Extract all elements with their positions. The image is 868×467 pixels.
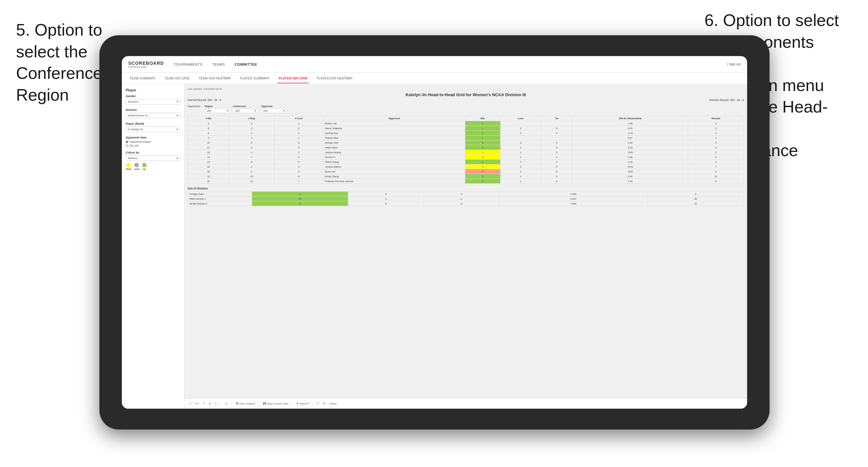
toolbar-view-original[interactable]: 🖼 View: Original: [236, 402, 255, 405]
cell-win: 1: [465, 126, 500, 131]
region-select[interactable]: (All) ▾: [205, 108, 230, 113]
ood-cell-win: 1: [252, 192, 348, 196]
cell-win: 1: [465, 164, 500, 169]
table-header-row: # Div # Reg # Conf Opponent Win Loss Tie…: [188, 116, 744, 121]
toolbar-back[interactable]: ⟵: [195, 402, 199, 405]
conference-select[interactable]: (All) ▾: [233, 108, 258, 113]
opponent-select[interactable]: (All) ▾: [261, 108, 287, 113]
cell-rounds: 4: [688, 141, 744, 145]
toolbar-undo[interactable]: ↩: [189, 402, 191, 405]
cell-win: 1: [465, 150, 500, 155]
main-content: Player Gender Women's ▾ Division NCAA Di…: [122, 84, 747, 409]
cell-reg: 11: [229, 179, 274, 184]
ood-cell-tie: 0: [424, 192, 499, 196]
th-reg: # Reg: [229, 116, 274, 121]
cell-div: 11: [188, 145, 229, 150]
logo-sub: Powered by clippd: [128, 66, 164, 68]
conference-select-value: (All): [235, 109, 239, 112]
nav-committee[interactable]: COMMITTEE: [235, 61, 257, 68]
cell-reg: 10: [229, 174, 274, 179]
cell-conf: 5: [274, 145, 323, 150]
cell-tie: 0: [541, 155, 572, 160]
cell-diff: 1.33: [572, 179, 688, 184]
sidebar: Player Gender Women's ▾ Division NCAA Di…: [122, 84, 184, 409]
toolbar-sep2: [259, 401, 259, 406]
cell-loss: 0: [500, 131, 541, 135]
toolbar-menu[interactable]: ≡≡: [323, 402, 326, 405]
toolbar-circle[interactable]: ⊙: [225, 402, 228, 405]
cell-diff: -3.00: [572, 150, 688, 155]
overall-record: Overall Record: 353 - 34 - 6: [188, 98, 221, 102]
toolbar-redo[interactable]: ↪: [203, 402, 205, 405]
cell-div: 15: [188, 160, 229, 164]
tab-team-h2h-heatmap[interactable]: TEAM H2H HEATMAP: [197, 74, 232, 83]
cell-conf: 2: [274, 126, 323, 131]
table-row: 19 10 6 Emily Chang 4 1 0 0.30 11: [188, 174, 744, 179]
toolbar-watch[interactable]: 👁 Watch ▾: [296, 402, 309, 405]
toolbar-save-custom[interactable]: 💾 Save Custom View: [263, 402, 288, 405]
ood-cell-loss: 0: [348, 192, 424, 196]
cell-div: 16: [188, 164, 229, 169]
toolbar-upload[interactable]: ↟: [317, 402, 319, 405]
h2h-table: # Div # Reg # Conf Opponent Win Loss Tie…: [188, 116, 744, 184]
sign-out[interactable]: | Sign out: [727, 62, 741, 66]
cell-loss: [500, 135, 541, 141]
cell-name: Esther Lee: [323, 121, 465, 126]
cell-reg: 2: [229, 145, 274, 150]
cell-div: 3: [188, 121, 229, 126]
player-rank-select[interactable]: 8. Katelyn Vo ▾: [126, 127, 180, 132]
cell-diff: 3.33: [572, 145, 688, 150]
cell-reg: 2: [229, 126, 274, 131]
toolbar-cut[interactable]: ✂: [215, 402, 217, 405]
cell-name: Sydney Kuo: [323, 131, 465, 135]
tab-team-summary[interactable]: TEAM SUMMARY: [128, 74, 157, 83]
radio-top-100[interactable]: Top 100: [126, 144, 180, 147]
gender-select[interactable]: Women's ▾: [126, 99, 180, 104]
colour-by-select[interactable]: Win/loss ▾: [126, 155, 180, 161]
radio-opponents-played[interactable]: Opponents Played: [126, 141, 180, 143]
toolbar-sep3: [292, 401, 292, 406]
ood-cell-diff: 9.267: [499, 196, 647, 201]
tab-player-h2h-heatmap[interactable]: PLAYER H2H HEATMAP: [315, 74, 354, 83]
sidebar-player-title: Player: [126, 88, 180, 92]
cell-diff: 0.38: [572, 155, 688, 160]
nav-teams[interactable]: TEAMS: [212, 61, 225, 68]
cell-conf: 6: [274, 174, 323, 179]
division-select[interactable]: NCAA Division III ▾: [126, 113, 180, 118]
legend-level: Level: [134, 168, 140, 170]
cell-rounds: 11: [688, 174, 744, 179]
sidebar-colour-section: Colour by Win/loss ▾ Down Level: [126, 151, 180, 170]
conference-filter: Conference (All) ▾: [233, 105, 258, 113]
cell-tie: 0: [541, 164, 572, 169]
last-updated: Last Updated: 27/03/2024 09:34: [188, 88, 744, 90]
annotation-left-line2: select the: [16, 42, 88, 61]
cell-win: 1: [465, 135, 500, 141]
toolbar-dot[interactable]: ·: [221, 402, 222, 405]
chevron-down-icon-3: ▾: [177, 128, 178, 131]
cell-diff: 3.67: [572, 135, 688, 141]
cell-conf: 3: [274, 131, 323, 135]
table-row: 20 11 7 Federica Domecq Lacroze 2 1 0 1.…: [188, 179, 744, 184]
toolbar-grid[interactable]: ⊡: [209, 402, 211, 405]
nav-tournaments[interactable]: TOURNAMENTS: [174, 61, 202, 68]
opponent-radio-group: Opponents Played Top 100: [126, 141, 180, 147]
cell-div: 20: [188, 179, 229, 184]
ood-cell-diff: 4.500: [499, 192, 647, 196]
sidebar-player-section: Player Gender Women's ▾ Division NCAA Di…: [126, 88, 180, 132]
ood-table-body: Foreign Team 1 0 0 4.500 2 NAIA Division…: [188, 192, 744, 206]
legend-up: Up: [143, 168, 146, 170]
ood-table-row: Foreign Team 1 0 0 4.500 2: [188, 192, 744, 196]
cell-div: 14: [188, 155, 229, 160]
opponent-filter: Opponent (All) ▾: [261, 105, 287, 113]
cell-div: 13: [188, 150, 229, 155]
chevron-down-icon: ▾: [177, 100, 178, 103]
ood-cell-loss: 0: [348, 201, 424, 206]
toolbar-share[interactable]: Share: [330, 402, 337, 405]
tab-player-h2h-grid[interactable]: PLAYER H2H GRID: [277, 74, 309, 83]
color-dot-down: [126, 163, 131, 167]
tab-player-summary[interactable]: PLAYER SUMMARY: [239, 74, 271, 83]
cell-tie: [541, 121, 572, 126]
tab-team-h2h-grid[interactable]: TEAM H2H GRID: [163, 74, 191, 83]
ood-cell-tie: 0: [424, 201, 499, 206]
cell-diff: 4.00: [572, 126, 688, 131]
